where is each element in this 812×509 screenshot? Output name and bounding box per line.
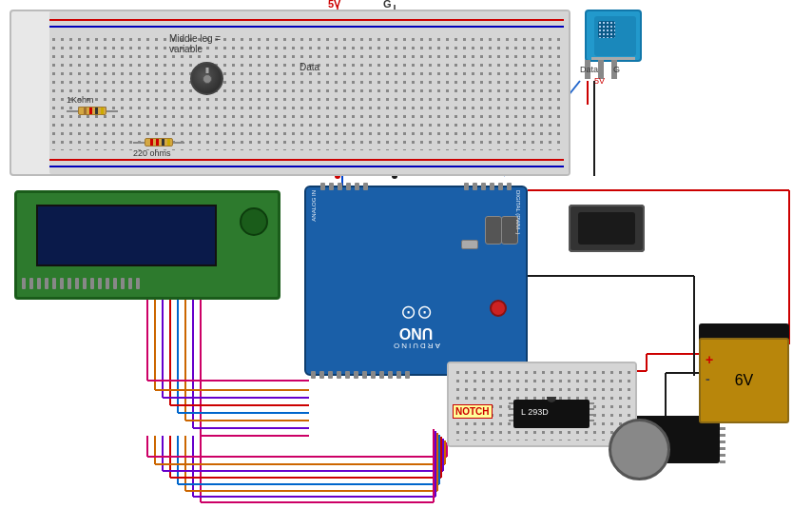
label-5v-top: 5V [328,0,340,10]
potentiometer [190,62,223,95]
breadboard-top [10,10,570,176]
usb-cable [569,205,645,252]
dht-label-g: G [613,65,620,74]
resistor-220ohm: 220 ohms [133,138,184,158]
battery-6v: 6V [699,338,789,423]
resistor-1kohm: 1Kohm [67,95,118,115]
arduino-uno: ARDUINO UNO ⊙⊙ [304,186,528,376]
diagram-container: 5V G Middle leg = variable Data 1Kohm [0,0,812,509]
label-g-top: G [383,0,392,10]
label-middle-leg: Middle leg = variable [169,33,221,54]
lcd-screen [36,205,217,266]
label-data-bb: Data [300,62,319,72]
dc-motor [609,419,670,480]
dht-label-5v: 5V [594,76,605,86]
lcd-display [14,190,280,300]
dht-label-data: Data [580,65,598,74]
notch-label: NOTCH [453,404,493,419]
l293d-label: L 293D [521,407,549,417]
battery-minus-terminal: - [706,371,710,386]
dht-sensor [585,10,642,62]
battery-plus-terminal: + [706,352,713,367]
